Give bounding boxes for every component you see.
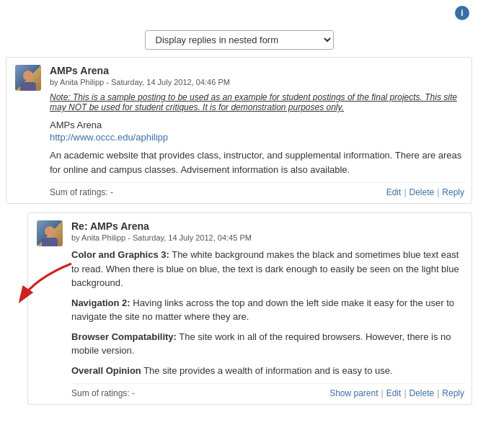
post-body-1: An academic website that provides class,… xyxy=(50,148,464,176)
delete-link-1[interactable]: Delete xyxy=(410,187,435,197)
post-1: AMPs Arena by Anita Philipp - Saturday, … xyxy=(6,57,472,204)
reply-link-2[interactable]: Reply xyxy=(442,388,464,398)
rating-2: Sum of ratings: - xyxy=(71,388,135,398)
post-title-1: AMPs Arena xyxy=(50,65,464,76)
para-label-4: Overall Opinion xyxy=(71,365,141,376)
post-name-1: AMPs Arena xyxy=(50,120,464,130)
post-title-2: Re: AMPs Arena xyxy=(71,220,464,232)
para-text-4: The site provides a wealth of informatio… xyxy=(141,365,393,376)
top-bar: i xyxy=(0,0,478,26)
paragraph-3: Browser Compatability: The site work in … xyxy=(71,330,464,358)
avatar-2 xyxy=(37,220,63,246)
info-icon[interactable]: i xyxy=(455,6,469,20)
post-meta-1: by Anita Philipp - Saturday, 14 July 201… xyxy=(50,78,464,86)
display-mode-select[interactable]: Display replies in nested formDisplay re… xyxy=(145,30,334,50)
rating-1: Sum of ratings: - xyxy=(50,187,113,197)
post-content-1: AMPs Arena by Anita Philipp - Saturday, … xyxy=(50,58,472,203)
show-parent-link[interactable]: Show parent xyxy=(329,388,378,398)
avatar-1 xyxy=(15,65,41,91)
post-content-2: Re: AMPs Arena by Anita Philipp - Saturd… xyxy=(71,213,472,404)
post-notice-1: Note: This is a sample posting to be use… xyxy=(50,92,464,112)
edit-link-1[interactable]: Edit xyxy=(386,187,402,197)
delete-link-2[interactable]: Delete xyxy=(410,388,435,398)
avatar-col-1 xyxy=(6,58,50,203)
post-meta-2: by Anita Philipp - Saturday, 14 July 201… xyxy=(71,233,464,242)
paragraph-2: Navigation 2: Having links across the to… xyxy=(71,296,464,324)
para-label-3: Browser Compatability: xyxy=(71,331,177,342)
post-actions-1: Edit | Delete | Reply xyxy=(386,187,464,197)
post-link-1[interactable]: http://www.occc.edu/aphilipp xyxy=(50,132,464,143)
post-2: Re: AMPs Arena by Anita Philipp - Saturd… xyxy=(27,212,472,405)
paragraph-4: Overall Opinion The site provides a weal… xyxy=(71,364,464,378)
avatar-col-2 xyxy=(28,213,71,404)
edit-link-2[interactable]: Edit xyxy=(386,388,402,398)
post-footer-2: Sum of ratings: - Show parent | Edit | D… xyxy=(71,383,464,398)
post-actions-2: Show parent | Edit | Delete | Reply xyxy=(329,388,464,398)
para-label-1: Color and Graphics 3: xyxy=(71,249,169,260)
post-footer-1: Sum of ratings: - Edit | Delete | Reply xyxy=(50,182,464,197)
para-label-2: Navigation 2: xyxy=(71,297,130,308)
dropdown-bar: Display replies in nested formDisplay re… xyxy=(0,26,478,57)
paragraph-1: Color and Graphics 3: The white backgrou… xyxy=(71,248,464,290)
posts-container: AMPs Arena by Anita Philipp - Saturday, … xyxy=(0,57,478,405)
reply-link-1[interactable]: Reply xyxy=(442,187,464,197)
